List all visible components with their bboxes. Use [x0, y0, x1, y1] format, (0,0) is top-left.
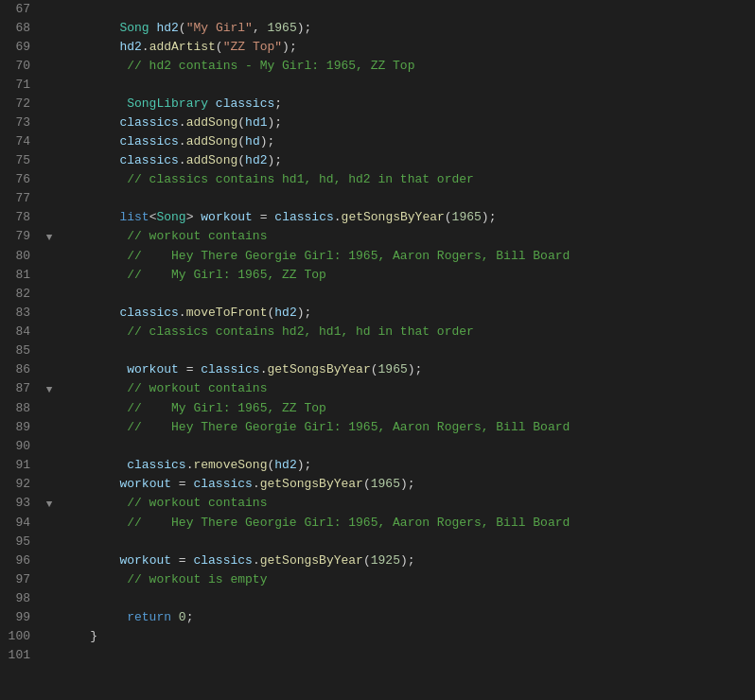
line-content: classics.addSong(hd);: [57, 132, 755, 151]
line-number: 99: [0, 608, 42, 627]
line-row: 95: [0, 533, 755, 551]
line-number: 97: [0, 570, 42, 589]
fold-gutter: [42, 285, 57, 286]
fold-gutter: [42, 589, 57, 590]
line-number: 95: [0, 533, 42, 551]
line-row: 93 ▼ // workout contains: [0, 494, 755, 514]
line-number: 78: [0, 208, 42, 227]
fold-gutter[interactable]: ▼: [42, 494, 57, 514]
line-row: 76 // classics contains hd1, hd, hd2 in …: [0, 170, 755, 189]
line-content: // workout contains: [57, 227, 755, 246]
line-content: // Hey There Georgie Girl: 1965, Aaron R…: [57, 418, 755, 437]
line-content: SongLibrary classics;: [57, 95, 755, 114]
fold-gutter[interactable]: ▼: [42, 379, 57, 399]
fold-gutter: [42, 608, 57, 609]
line-content: // Hey There Georgie Girl: 1965, Aaron R…: [57, 514, 755, 533]
fold-gutter: [42, 533, 57, 534]
line-number: 91: [0, 456, 42, 475]
line-content: // My Girl: 1965, ZZ Top: [57, 399, 755, 418]
line-content: Song hd2("My Girl", 1965);: [57, 19, 755, 38]
line-content: // hd2 contains - My Girl: 1965, ZZ Top: [57, 57, 755, 76]
line-number: 76: [0, 170, 42, 189]
fold-gutter: [42, 266, 57, 267]
line-row: 92 workout = classics.getSongsByYear(196…: [0, 475, 755, 494]
line-row: 100 }: [0, 627, 755, 646]
fold-gutter: [42, 456, 57, 457]
line-number: 75: [0, 151, 42, 170]
fold-gutter: [42, 399, 57, 400]
line-number: 80: [0, 247, 42, 266]
line-content: classics.addSong(hd2);: [57, 151, 755, 170]
line-number: 69: [0, 38, 42, 57]
line-number: 73: [0, 114, 42, 132]
line-content: // workout contains: [57, 379, 755, 398]
line-row: 87 ▼ // workout contains: [0, 379, 755, 399]
fold-gutter: [42, 114, 57, 114]
line-row: 97 // workout is empty: [0, 570, 755, 589]
code-editor[interactable]: 67 68 Song hd2("My Girl", 1965); 69 hd2.…: [0, 0, 755, 700]
line-number: 79: [0, 227, 42, 246]
line-row: 80 // Hey There Georgie Girl: 1965, Aaro…: [0, 247, 755, 266]
line-content: return 0;: [57, 608, 755, 627]
fold-gutter: [42, 627, 57, 628]
line-number: 98: [0, 589, 42, 608]
fold-gutter: [42, 189, 57, 190]
fold-gutter: [42, 170, 57, 171]
line-content: // classics contains hd2, hd1, hd in tha…: [57, 323, 755, 341]
line-number: 72: [0, 95, 42, 114]
fold-gutter: [42, 151, 57, 152]
line-row: 99 return 0;: [0, 608, 755, 627]
line-row: 90: [0, 437, 755, 456]
line-row: 72 SongLibrary classics;: [0, 95, 755, 114]
fold-gutter: [42, 132, 57, 133]
line-number: 82: [0, 285, 42, 304]
fold-gutter: [42, 247, 57, 248]
line-row: 96 workout = classics.getSongsByYear(192…: [0, 551, 755, 570]
line-content: classics.moveToFront(hd2);: [57, 304, 755, 323]
line-content: // classics contains hd1, hd, hd2 in tha…: [57, 170, 755, 189]
line-row: 89 // Hey There Georgie Girl: 1965, Aaro…: [0, 418, 755, 437]
fold-gutter: [42, 475, 57, 476]
line-row: 84 // classics contains hd2, hd1, hd in …: [0, 323, 755, 341]
line-row: 88 // My Girl: 1965, ZZ Top: [0, 399, 755, 418]
line-row: 85: [0, 341, 755, 360]
line-number: 83: [0, 304, 42, 323]
fold-gutter: [42, 514, 57, 515]
line-row: 101: [0, 646, 755, 665]
line-number: 81: [0, 266, 42, 285]
line-content: list<Song> workout = classics.getSongsBy…: [57, 208, 755, 227]
line-number: 89: [0, 418, 42, 437]
line-row: 83 classics.moveToFront(hd2);: [0, 304, 755, 323]
line-row: 81 // My Girl: 1965, ZZ Top: [0, 266, 755, 285]
line-content: hd2.addArtist("ZZ Top");: [57, 38, 755, 57]
line-content: // workout contains: [57, 494, 755, 513]
line-content: workout = classics.getSongsByYear(1925);: [57, 551, 755, 570]
line-number: 70: [0, 57, 42, 76]
fold-gutter: [42, 304, 57, 305]
line-content: classics.addSong(hd1);: [57, 114, 755, 132]
fold-gutter: [42, 341, 57, 342]
line-number: 85: [0, 341, 42, 360]
line-row: 73 classics.addSong(hd1);: [0, 114, 755, 132]
line-row: 94 // Hey There Georgie Girl: 1965, Aaro…: [0, 514, 755, 533]
fold-gutter[interactable]: ▼: [42, 227, 57, 247]
line-content: classics.removeSong(hd2);: [57, 456, 755, 475]
line-number: 96: [0, 551, 42, 570]
line-number: 68: [0, 19, 42, 38]
line-content: // My Girl: 1965, ZZ Top: [57, 266, 755, 285]
line-row: 91 classics.removeSong(hd2);: [0, 456, 755, 475]
fold-gutter: [42, 323, 57, 324]
fold-gutter: [42, 437, 57, 438]
line-row: 67: [0, 0, 755, 19]
line-number: 71: [0, 76, 42, 95]
line-number: 86: [0, 360, 42, 379]
fold-gutter: [42, 551, 57, 552]
line-row: 98: [0, 589, 755, 608]
line-row: 68 Song hd2("My Girl", 1965);: [0, 19, 755, 38]
fold-gutter: [42, 208, 57, 209]
line-number: 90: [0, 437, 42, 456]
line-number: 77: [0, 189, 42, 208]
line-row: 82: [0, 285, 755, 304]
line-number: 87: [0, 379, 42, 398]
line-row: 71: [0, 76, 755, 95]
